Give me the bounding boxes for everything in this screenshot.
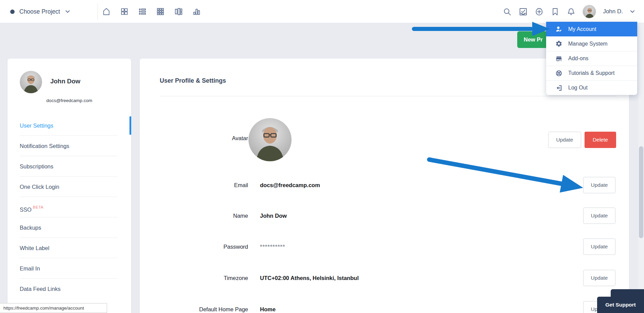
avatar-photo-icon xyxy=(248,118,292,161)
sidebar-item-label: White Label xyxy=(20,245,49,251)
sidebar-item-one-click-login[interactable]: One Click Login xyxy=(7,177,131,197)
sidebar-menu: User Settings Notification Settings Subs… xyxy=(7,115,131,299)
sidebar-item-label: One Click Login xyxy=(20,184,59,190)
apps-grid-icon[interactable] xyxy=(156,7,165,16)
scrollbar-thumb[interactable] xyxy=(639,146,643,238)
project-bullet-icon xyxy=(10,10,15,14)
get-support-button[interactable]: Get Support xyxy=(597,297,644,313)
name-update-button[interactable]: Update xyxy=(583,208,615,224)
email-update-button[interactable]: Update xyxy=(583,177,615,193)
sidebar-item-sso[interactable]: SSOBETA xyxy=(7,197,131,217)
menu-item-my-account[interactable]: My Account xyxy=(546,22,637,36)
sidebar-item-label: Backups xyxy=(20,225,41,231)
password-update-button[interactable]: Update xyxy=(583,238,615,255)
help-ring-icon xyxy=(555,70,562,77)
row-label: Name xyxy=(140,208,248,224)
tasks-list-icon[interactable] xyxy=(138,7,147,16)
status-url-tooltip: https://freedcamp.com/manage/account xyxy=(0,303,107,313)
sidebar-item-label: Data Feed Links xyxy=(20,286,60,292)
bell-icon[interactable] xyxy=(567,7,576,16)
sidebar-item-white-label[interactable]: White Label xyxy=(7,238,131,258)
reports-chart-icon[interactable] xyxy=(192,7,201,16)
row-value: docs@freedcamp.com xyxy=(260,177,320,193)
search-icon[interactable] xyxy=(503,7,512,16)
menu-item-add-ons[interactable]: Add-ons xyxy=(546,51,637,66)
add-circle-icon[interactable] xyxy=(535,7,544,16)
sidebar-item-label: Subscriptions xyxy=(20,163,53,169)
row-label: Password xyxy=(140,238,248,255)
chevron-down-icon xyxy=(65,9,70,14)
store-icon xyxy=(555,55,562,62)
sidebar-item-label: SSO xyxy=(20,207,32,213)
row-label: Timezone xyxy=(140,270,248,286)
row-value: Home xyxy=(260,301,276,313)
dashboard-icon[interactable] xyxy=(120,7,129,16)
menu-item-manage-system[interactable]: Manage System xyxy=(546,36,637,51)
menu-item-label: Add-ons xyxy=(568,55,589,62)
top-navbar: Choose Project John D. xyxy=(0,0,644,23)
gear-icon xyxy=(555,40,562,47)
row-value: UTC+02:00 Athens, Helsinki, Istanbul xyxy=(260,270,359,286)
profile-avatar-image xyxy=(248,118,292,161)
sidebar-item-backups[interactable]: Backups xyxy=(7,217,131,238)
row-value: John Dow xyxy=(260,208,287,224)
user-name[interactable]: John D. xyxy=(603,8,623,15)
avatar-update-button[interactable]: Update xyxy=(548,132,581,148)
row-value: ********** xyxy=(260,238,285,255)
sidebar-item-label: User Settings xyxy=(20,122,53,129)
page: Choose Project John D. New Pr xyxy=(0,0,644,313)
beta-badge: BETA xyxy=(33,205,43,209)
user-edit-icon xyxy=(555,26,562,33)
avatar-delete-button[interactable]: Delete xyxy=(585,132,616,148)
home-icon[interactable] xyxy=(102,7,111,16)
project-selector-label: Choose Project xyxy=(19,8,60,15)
sidebar-item-notification-settings[interactable]: Notification Settings xyxy=(7,136,131,156)
timezone-update-button[interactable]: Update xyxy=(583,270,615,286)
boards-icon[interactable] xyxy=(174,7,183,16)
navbar-view-icons xyxy=(102,0,201,23)
profile-row-name: Name John Dow Update xyxy=(140,208,629,224)
sidebar-avatar xyxy=(20,71,42,93)
title-divider xyxy=(160,96,617,96)
page-title: User Profile & Settings xyxy=(160,77,226,84)
sidebar-item-user-settings[interactable]: User Settings xyxy=(7,115,131,136)
profile-row-password: Password ********** Update xyxy=(140,238,629,255)
navbar-divider xyxy=(98,3,98,20)
bookmark-icon[interactable] xyxy=(551,7,560,16)
todo-check-icon[interactable] xyxy=(519,7,528,16)
sidebar-item-subscriptions[interactable]: Subscriptions xyxy=(7,156,131,177)
sidebar-item-label: Email In xyxy=(20,265,40,271)
navbar-right-cluster: John D. xyxy=(503,0,635,23)
logout-icon xyxy=(555,84,562,92)
menu-item-log-out[interactable]: Log Out xyxy=(546,80,637,95)
profile-row-default-home-page: Default Home Page Home Update xyxy=(140,301,629,313)
sidebar-item-label: Notification Settings xyxy=(20,143,69,149)
scrollbar-track[interactable] xyxy=(638,23,644,313)
sidebar-item-email-in[interactable]: Email In xyxy=(7,258,131,279)
user-dropdown-menu: My Account Manage System Add-ons Tutoria… xyxy=(546,22,637,95)
project-selector[interactable]: Choose Project xyxy=(7,0,70,23)
new-project-button[interactable]: New Pr xyxy=(517,31,547,48)
menu-item-label: My Account xyxy=(568,26,596,32)
menu-item-label: Log Out xyxy=(568,85,588,91)
sidebar-item-data-feed-links[interactable]: Data Feed Links xyxy=(7,279,131,299)
menu-item-label: Tutorials & Support xyxy=(568,70,614,76)
sidebar-user-email: docs@freedcamp.com xyxy=(7,98,131,103)
chevron-down-icon[interactable] xyxy=(630,9,635,14)
sidebar-user-name: John Dow xyxy=(50,78,80,85)
avatar-photo-icon xyxy=(20,71,42,93)
menu-item-tutorials-support[interactable]: Tutorials & Support xyxy=(546,66,637,80)
row-label: Email xyxy=(140,177,248,193)
active-indicator xyxy=(129,116,131,135)
menu-item-label: Manage System xyxy=(568,41,608,47)
avatar-row-label: Avatar xyxy=(140,135,248,142)
avatar-photo-icon xyxy=(583,5,596,18)
profile-row-timezone: Timezone UTC+02:00 Athens, Helsinki, Ist… xyxy=(140,270,629,286)
row-label: Default Home Page xyxy=(140,301,248,313)
user-avatar[interactable] xyxy=(582,5,596,18)
profile-row-email: Email docs@freedcamp.com Update xyxy=(140,177,629,193)
settings-sidebar: John Dow docs@freedcamp.com User Setting… xyxy=(7,59,131,313)
